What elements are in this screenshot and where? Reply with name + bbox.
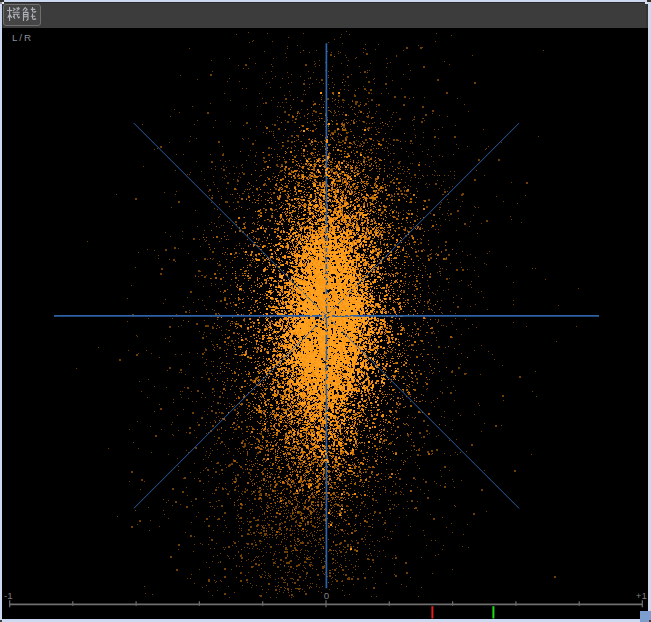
svg-text:L / R: L / R	[12, 32, 31, 43]
svg-text:0: 0	[324, 590, 330, 601]
svg-text:-1: -1	[4, 590, 13, 601]
svg-text:+1: +1	[636, 590, 647, 601]
